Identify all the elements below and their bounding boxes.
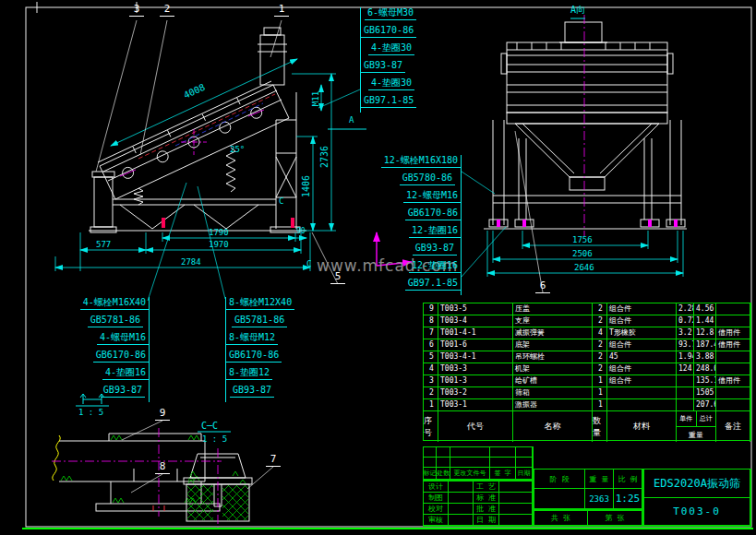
balloon-1: 1	[274, 4, 289, 17]
callout-line: 4-垫圈30	[368, 42, 414, 55]
part-material: T形橡胶	[607, 327, 677, 339]
callout-bottom-mid-fasteners: 8-螺栓M12X40 GB5781-86 8-螺母M12 GB6170-86 8…	[225, 297, 294, 402]
dim-4008: 4008	[182, 82, 206, 101]
part-notes	[716, 387, 750, 399]
part-unit-weight: 3.2	[677, 327, 694, 339]
signature-grid: 设计 工 艺 制图 标 准 校对 批 准 审核 日 期	[423, 481, 534, 527]
part-code: T003-1	[438, 399, 513, 411]
header-weight-group: 单件 总计 重量	[677, 411, 716, 442]
part-qty: 2	[593, 339, 607, 351]
label-design: 设计	[424, 482, 449, 493]
dim-angle-25: 25°	[230, 146, 245, 154]
revision-grid: 标记 处数 更改文件号 签 字 日期	[423, 446, 534, 481]
part-name: 压盖	[513, 303, 593, 315]
part-material: 组合件	[607, 363, 677, 375]
left-view-linework	[89, 28, 306, 232]
part-name: 机架	[513, 363, 593, 375]
part-qty: 2	[593, 315, 607, 327]
part-total-weight: 207.65	[694, 399, 716, 411]
callout-right-fasteners: 12-螺栓M16X180 GB5780-86 12-螺母M16 GB6170-8…	[381, 155, 462, 295]
label-stage: 阶 段	[534, 470, 585, 489]
part-material: 组合件	[607, 303, 677, 315]
header-seq: 序号	[424, 411, 438, 442]
header-code: 代号	[438, 411, 513, 442]
header-qty: 数量	[593, 411, 607, 442]
part-seq: 5	[424, 351, 438, 363]
label-scale: 比 例	[614, 470, 642, 489]
callout-line: GB93-87	[101, 385, 145, 398]
dim-2506: 2506	[572, 250, 593, 258]
part-seq: 3	[424, 375, 438, 387]
part-qty: 1	[593, 387, 607, 399]
rev-header-count: 处数	[437, 468, 450, 480]
balloon-3: 3	[129, 4, 144, 17]
part-notes	[716, 315, 750, 327]
label-total-sheets: 共 张	[534, 511, 588, 526]
part-qty: 1	[593, 399, 607, 411]
part-qty: 2	[593, 363, 607, 375]
weld-symbols	[61, 435, 199, 503]
part-total-weight: 4.56	[694, 303, 716, 315]
sheet-count-grid: 共 张 第 张	[534, 510, 643, 527]
callout-line: 8-垫圈12	[226, 367, 272, 380]
rev-header-mark: 标记	[424, 468, 437, 480]
part-unit-weight	[677, 375, 694, 387]
callout-line: 4-螺母M16	[97, 332, 149, 345]
part-code: T003-3	[438, 363, 513, 375]
view-arrow-a: A	[349, 116, 354, 125]
dim-m11: M11	[311, 91, 320, 106]
balloon-9: 9	[155, 408, 170, 421]
header-total-weight: 总计	[697, 411, 716, 426]
callout-line: 4-螺栓M16X40	[80, 297, 149, 310]
callout-line: 8-螺栓M12X40	[226, 297, 294, 310]
dim-1406: 1406	[301, 175, 311, 197]
part-code: T003-5	[438, 303, 513, 315]
rev-header-date: 日期	[516, 468, 533, 480]
label-sheet-no: 第 张	[588, 511, 642, 526]
callout-top-fasteners: 6-螺母M30 GB6170-86 4-垫圈30 GB93-87 4-垫圈30 …	[360, 7, 416, 113]
detail-cc-scale: 1 : 5	[202, 435, 227, 444]
part-name: 筛箱	[513, 387, 593, 399]
part-unit-weight: 2.28	[677, 303, 694, 315]
dim-1790: 1790	[209, 229, 229, 237]
header-name: 名称	[513, 411, 593, 442]
part-unit-weight	[677, 399, 694, 411]
dim-2736: 2736	[319, 146, 330, 168]
dim-2646: 2646	[574, 264, 594, 272]
dim-2784: 2784	[181, 258, 201, 267]
callout-line: GB6170-86	[93, 350, 149, 363]
callout-line: 4-垫圈16	[102, 367, 149, 380]
part-seq: 9	[424, 303, 438, 315]
header-notes: 备注	[716, 411, 750, 442]
part-total-weight: 1.44	[694, 315, 716, 327]
part-unit-weight: 124.01	[677, 363, 694, 375]
part-material: 45	[607, 351, 677, 363]
callout-line: 12-垫圈16	[409, 225, 461, 238]
parts-list-table: 9 T003-5 压盖 2 组合件 2.28 4.56 8 T003-4 支座 …	[423, 303, 751, 441]
part-name: 给矿槽	[513, 375, 593, 387]
part-total-weight: 12.8	[694, 327, 716, 339]
part-unit-weight: 1.94	[677, 351, 694, 363]
drawing-number: T003-0	[644, 498, 750, 526]
label-approved: 批 准	[474, 504, 499, 515]
balloon-5: 5	[330, 271, 345, 284]
callout-line: GB93-87	[413, 243, 457, 256]
part-seq: 6	[424, 339, 438, 351]
callout-line: 12-垫圈16	[409, 260, 461, 273]
rev-header-docno: 更改文件号	[450, 468, 490, 480]
part-notes: 借用件	[716, 375, 750, 387]
part-notes	[716, 399, 750, 411]
label-date: 日 期	[474, 515, 499, 526]
part-code: T001-6	[438, 339, 513, 351]
part-code: T003-4-1	[438, 351, 513, 363]
part-qty: 2	[593, 303, 607, 315]
callout-line: GB5781-86	[232, 315, 287, 327]
part-notes	[716, 303, 750, 315]
callout-line: GB6170-86	[361, 25, 416, 38]
callout-line: 12-螺母M16	[403, 190, 461, 203]
part-code: T001-3	[438, 375, 513, 387]
part-name: 底架	[513, 339, 593, 351]
part-seq: 4	[424, 363, 438, 375]
header-unit-weight: 单件	[677, 411, 697, 426]
callout-line: GB5781-86	[88, 315, 143, 327]
